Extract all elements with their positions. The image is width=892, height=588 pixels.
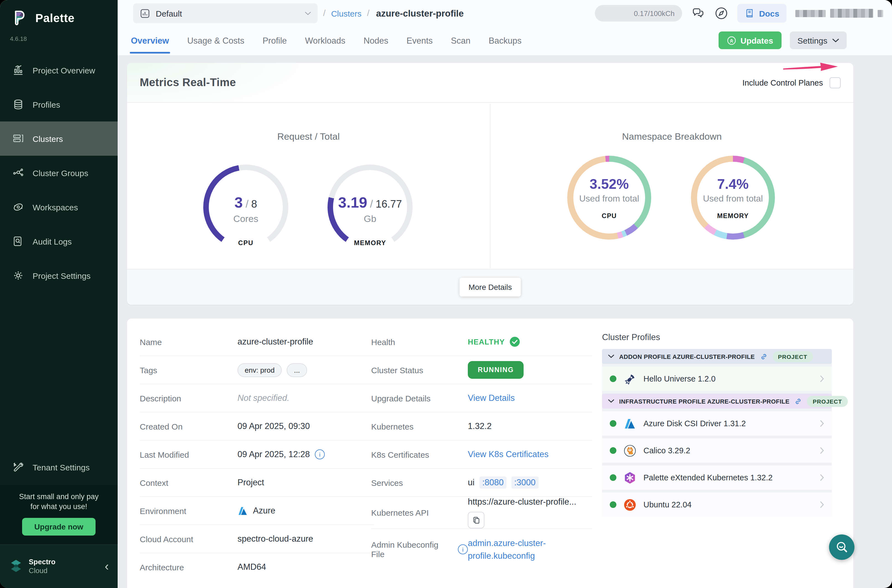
- cpu-namespace-percent: 3.52%: [590, 176, 629, 192]
- upgrade-now-button[interactable]: Upgrade now: [22, 518, 95, 536]
- memory-gauge-label: MEMORY: [327, 239, 413, 247]
- credits-badge: 0.17/100kCh: [595, 5, 682, 21]
- admin-kubeconfig-file-link[interactable]: admin.azure-cluster-profile.kubeconfig: [468, 537, 559, 562]
- profile-item-name: Ubuntu 22.04: [643, 500, 813, 509]
- hello-universe-logo: [623, 372, 636, 385]
- detail-label: Tags: [140, 365, 237, 375]
- detail-value: 09 Apr 2025, 09:30: [237, 421, 310, 431]
- chevron-down-icon: [608, 399, 614, 403]
- info-icon[interactable]: i: [458, 544, 468, 554]
- sidebar-item-cluster-groups[interactable]: Cluster Groups: [0, 156, 118, 190]
- sidebar-item-project-settings[interactable]: Project Settings: [0, 258, 118, 292]
- updates-button[interactable]: Updates: [718, 32, 781, 49]
- memory-unit: Gb: [364, 213, 376, 224]
- tab-nodes[interactable]: Nodes: [363, 27, 388, 55]
- tag-pill[interactable]: env: prod: [237, 363, 282, 377]
- tab-overview[interactable]: Overview: [131, 27, 169, 55]
- promo-text-line1: Start small and only pay: [19, 492, 99, 501]
- palette-logo-text: Palette: [35, 12, 75, 25]
- project-overview-icon: [12, 64, 24, 76]
- calico-logo: [623, 444, 636, 457]
- profile-item-name: Azure Disk CSI Driver 1.31.2: [643, 419, 813, 428]
- sidebar-item-tenant-settings[interactable]: Tenant Settings: [0, 450, 118, 484]
- compass-icon[interactable]: [715, 6, 729, 20]
- tag-pill[interactable]: ...: [287, 363, 307, 377]
- azure-logo-icon: [237, 506, 248, 516]
- detail-value: 09 Apr 2025, 12:28: [237, 449, 310, 459]
- memory-used-value: 3.19: [338, 194, 367, 211]
- tab-scan[interactable]: Scan: [451, 27, 471, 55]
- support-chat-button[interactable]: [829, 534, 854, 560]
- detail-row: DescriptionNot specified.: [140, 384, 374, 412]
- updates-button-label: Updates: [740, 36, 773, 45]
- copy-button[interactable]: [468, 512, 484, 528]
- sidebar-nav: Project OverviewProfilesClustersCluster …: [0, 53, 118, 292]
- request-total-title: Request / Total: [127, 131, 490, 142]
- project-selector[interactable]: Default: [133, 3, 318, 23]
- detail-row: ContextProject: [140, 469, 374, 497]
- clusters-icon: [12, 132, 24, 145]
- sidebar-item-profiles[interactable]: Profiles: [0, 87, 118, 122]
- sidebar-item-project-overview[interactable]: Project Overview: [0, 53, 118, 87]
- profile-group-title: INFRASTRUCTURE PROFILE AZURE-CLUSTER-PRO…: [619, 398, 790, 404]
- detail-value: https://azure-cluster-profile...: [468, 497, 576, 507]
- service-port-link[interactable]: :3000: [511, 477, 539, 489]
- k8s-certificates-link[interactable]: View K8s Certificates: [468, 449, 548, 459]
- chevron-right-icon: [820, 375, 824, 382]
- top-bar: Default / Clusters / azure-cluster-profi…: [118, 0, 892, 27]
- service-port-link[interactable]: :8080: [479, 477, 506, 489]
- chevron-down-icon: [608, 354, 614, 358]
- detail-label: Kubernetes API: [371, 508, 468, 518]
- detail-label: K8s Certificates: [371, 450, 468, 459]
- settings-button[interactable]: Settings: [790, 32, 847, 49]
- palette-logo[interactable]: Palette: [0, 0, 118, 29]
- tab-usage-costs[interactable]: Usage & Costs: [187, 27, 245, 55]
- breadcrumb-clusters-link[interactable]: Clusters: [331, 9, 362, 18]
- info-icon[interactable]: i: [315, 449, 325, 459]
- sidebar-item-audit-logs[interactable]: Audit Logs: [0, 224, 118, 258]
- cluster-details-card: Nameazure-cluster-profileTagsenv: prod..…: [127, 319, 853, 588]
- profile-item-azure-disk-csi-driver-1-31-2[interactable]: Azure Disk CSI Driver 1.31.2: [602, 411, 832, 436]
- memory-namespace-donut: 7.4% Used from total MEMORY: [691, 156, 775, 240]
- detail-row: Admin Kubeconfig Fileiadmin.azure-cluste…: [371, 529, 592, 570]
- detail-row: Cluster StatusRUNNING: [371, 356, 592, 384]
- metrics-title: Metrics Real-Time: [140, 76, 236, 89]
- book-icon: [745, 8, 755, 18]
- profile-item-name: Hello Universe 1.2.0: [643, 374, 813, 383]
- profile-item-ubuntu-22-04[interactable]: Ubuntu 22.04: [602, 492, 832, 517]
- bar-chart-icon: [140, 8, 150, 18]
- sidebar-item-workspaces[interactable]: Workspaces: [0, 190, 118, 224]
- detail-row: EnvironmentAzure: [140, 497, 374, 525]
- detail-row: Cloud Accountspectro-cloud-azure: [140, 525, 374, 553]
- tab-profile[interactable]: Profile: [263, 27, 287, 55]
- more-details-button[interactable]: More Details: [460, 278, 521, 297]
- promo-text-line2: for what you use!: [30, 502, 87, 511]
- chat-icon[interactable]: [691, 6, 706, 20]
- profile-item-palette-extended-kubernetes-1-32-2[interactable]: Palette eXtended Kubernetes 1.32.2: [602, 465, 832, 490]
- tab-backups[interactable]: Backups: [489, 27, 522, 55]
- ubuntu-logo: [623, 498, 636, 511]
- tab-workloads[interactable]: Workloads: [305, 27, 345, 55]
- upgrade-details-link[interactable]: View Details: [468, 393, 515, 403]
- profile-group-header[interactable]: ADDON PROFILE AZURE-CLUSTER-PROFILEPROJE…: [602, 349, 832, 364]
- include-control-planes-checkbox[interactable]: [830, 77, 841, 88]
- chevron-right-icon: [820, 474, 824, 481]
- chevron-down-icon: [305, 11, 311, 15]
- profile-item-hello-universe-1-2-0[interactable]: Hello Universe 1.2.0: [602, 367, 832, 391]
- version-label: 4.6.18: [0, 29, 118, 42]
- profile-item-calico-3-29-2[interactable]: Calico 3.29.2: [602, 438, 832, 463]
- collapse-sidebar-icon[interactable]: ‹: [105, 560, 109, 573]
- value-separator: /: [246, 198, 249, 210]
- detail-row: Tagsenv: prod...: [140, 356, 374, 384]
- updates-icon: [727, 36, 736, 45]
- detail-label: Cluster Status: [371, 365, 468, 375]
- cluster-tab-bar: OverviewUsage & CostsProfileWorkloadsNod…: [118, 27, 892, 55]
- profile-group-header[interactable]: INFRASTRUCTURE PROFILE AZURE-CLUSTER-PRO…: [602, 394, 832, 409]
- memory-donut-label: MEMORY: [717, 212, 749, 219]
- upgrade-promo: Start small and only pay for what you us…: [0, 484, 118, 544]
- tab-events[interactable]: Events: [407, 27, 433, 55]
- sidebar-item-clusters[interactable]: Clusters: [0, 122, 118, 156]
- detail-value: AMD64: [237, 562, 266, 572]
- cluster-profiles-list: ADDON PROFILE AZURE-CLUSTER-PROFILEPROJE…: [602, 349, 832, 517]
- docs-button[interactable]: Docs: [737, 4, 787, 22]
